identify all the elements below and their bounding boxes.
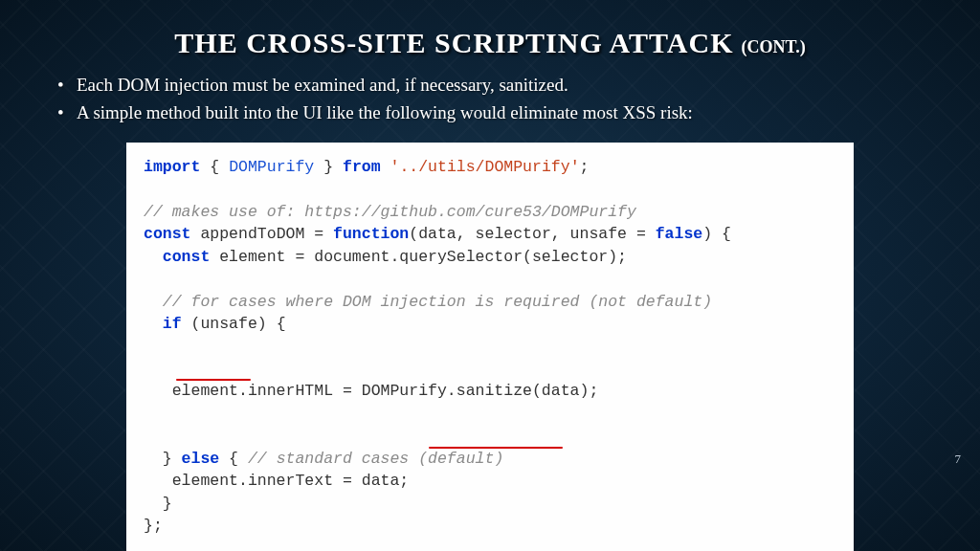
code-block: import { DOMPurify } from '../utils/DOMP…	[126, 143, 854, 551]
slide-title: THE CROSS-SITE SCRIPTING ATTACK	[174, 27, 733, 58]
bullet-list: Each DOM injection must be examined and,…	[54, 73, 934, 125]
page-number: 7	[955, 452, 962, 467]
slide-subtitle: (CONT.)	[742, 37, 806, 56]
bullet-item: A simple method built into the UI like t…	[54, 100, 934, 126]
bullet-item: Each DOM injection must be examined and,…	[54, 73, 934, 99]
